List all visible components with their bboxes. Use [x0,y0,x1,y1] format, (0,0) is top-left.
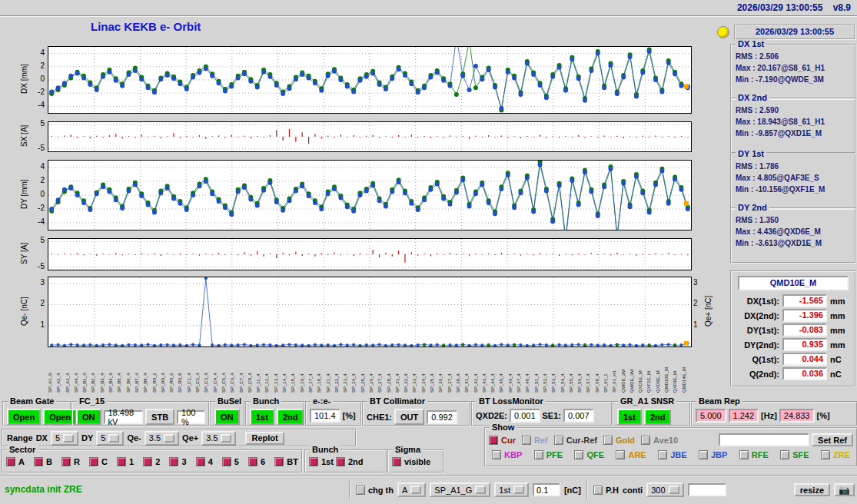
sector-6-checkbox[interactable]: 6 [248,457,265,466]
bt-collimator-out-button[interactable]: OUT [394,409,424,425]
stat-title: DX 1st [736,39,766,49]
sy-plot-area[interactable] [48,238,692,270]
range-dy-select[interactable]: 5 [96,431,124,446]
monitor-row-label: DX(2nd): [735,311,779,320]
bpm-label: SP_B6_4 [126,348,135,393]
rep-select[interactable]: 300 [646,482,683,497]
bunch-2nd-button[interactable]: 2nd [277,409,304,425]
bpm-label: SP_42_4 [473,348,482,393]
ph-checkbox[interactable]: P.H [593,486,619,495]
group-label: BT LossMonitor [477,396,546,406]
y-tick: 2 [40,176,45,184]
show-rfe-checkbox[interactable]: RFE [739,450,769,459]
show-zre-checkbox[interactable]: ZRE [821,450,850,459]
sector-1-checkbox[interactable]: 1 [117,457,134,466]
dropdown-arrow-icon [410,486,421,494]
dy-plot-area[interactable] [48,160,692,230]
bunch-select[interactable]: 1st [494,482,529,497]
show-kbp-checkbox[interactable]: KBP [492,450,522,459]
show-cur-ref-checkbox[interactable]: Cur-Ref [554,436,597,445]
bt-collimator-0-992-field: 0.992 [427,410,457,424]
show-pfe-checkbox[interactable]: PFE [534,450,563,459]
sx-axis-label: SX [A] [18,121,29,151]
sector-bt-checkbox-indicator [274,457,284,466]
bunch-2nd-checkbox[interactable]: 2nd [336,457,364,466]
sector-3-checkbox[interactable]: 3 [169,457,186,466]
dropdown-arrow-icon [221,434,231,443]
monitor-row-label: Q(2nd): [735,370,779,379]
separator [349,481,350,499]
sector-2-checkbox[interactable]: 2 [143,457,160,466]
sector-5-checkbox[interactable]: 5 [222,457,239,466]
group-sector: Sector ABRC123456BT [2,449,303,473]
sector-a-checkbox[interactable]: A [6,457,25,466]
show-ref-checkbox-indicator [522,436,531,445]
range-dx-select[interactable]: 5 [51,431,78,446]
show-cur-checkbox[interactable]: Cur [489,436,516,445]
fc-15-18-498-kv-field: 18.498 kV [104,410,144,424]
bpm-label: QXF1E_M [646,348,655,393]
device-select[interactable]: SP_A1_G [430,482,490,497]
camera-button[interactable]: 📷 [834,483,855,496]
bunch-1st-button[interactable]: 1st [250,409,274,425]
bpm-label: SP_11_4 [256,348,264,393]
chg-th-checkbox[interactable]: chg th [356,486,394,495]
resize-button[interactable]: resize [794,483,830,496]
bpm-label: SP_36_4 [438,348,447,393]
show-jbp-checkbox-indicator [699,450,708,459]
show-ref-checkbox[interactable]: Ref [522,436,548,445]
fc-15-stb-button[interactable]: STB [145,409,174,425]
fc-15-on-button[interactable]: ON [76,409,101,425]
bpm-label: SP_47_4 [517,348,525,393]
sector-b-checkbox[interactable]: B [34,457,52,466]
show-ave10-checkbox-indicator [641,436,650,445]
bpm-label: SP_C4_4 [213,348,221,393]
beam-gate-open-button[interactable]: Open [7,409,41,425]
ref-file-input[interactable] [719,433,809,446]
show-qfe-checkbox[interactable]: QFE [574,450,604,459]
show-jbp-checkbox[interactable]: JBP [699,450,727,459]
show-jbe-checkbox[interactable]: JBE [658,450,686,459]
range-qe-select[interactable]: 3.5 [144,431,179,446]
sector-bt-checkbox[interactable]: BT [274,457,298,466]
sigma-visible-checkbox[interactable]: visible [392,457,430,466]
stat-line: Min : -9.857@QXD1E_M [732,128,855,139]
stat-line: Max : 18.943@S8_61_H1 [732,116,855,128]
mode-select[interactable]: A [397,482,426,497]
sector-c-checkbox-indicator [89,457,98,466]
monitor-row-value: -0.083 [782,323,827,337]
show-are-checkbox[interactable]: ARE [616,450,646,459]
dx-plot-area[interactable] [48,46,692,114]
set-ref-button[interactable]: Set Ref [812,433,853,446]
sector-4-checkbox-label: 4 [208,457,213,466]
group-label: GR_A1 SNSR [618,396,676,406]
show-gold-checkbox[interactable]: Gold [603,436,635,445]
bpm-label: SP_15_4 [291,348,299,393]
stat-line: Min : -10.156@QXF1E_M [732,184,855,195]
gr-a1-snsr-2nd-button[interactable]: 2nd [644,409,672,425]
show-pfe-checkbox-indicator [534,450,543,459]
sx-plot-area[interactable] [48,121,692,152]
gr-a1-snsr-1st-button[interactable]: 1st [617,409,642,425]
show-sfe-checkbox[interactable]: SFE [780,450,809,459]
charge-plot-area[interactable] [48,277,692,347]
sector-c-checkbox[interactable]: C [89,457,108,466]
bpm-label: SP_43_4 [482,348,490,393]
stat-box-dy-1st: DY 1stRMS : 1.786Max : 4.805@QAF3E_SMin … [730,154,856,210]
bunch-1st-checkbox[interactable]: 1st [309,457,334,466]
bpm-label: QXF9E_M [673,348,681,393]
show-ref-checkbox-label: Ref [534,436,548,445]
sector-r-checkbox[interactable]: R [61,457,80,466]
show-ave10-checkbox[interactable]: Ave10 [641,436,678,445]
replot-button[interactable]: Replot [245,432,284,445]
aux-input[interactable] [688,483,726,496]
fc-15-100-field: 100 % [177,410,205,424]
sector-1-checkbox-indicator [117,457,126,466]
qe-minus-axis-label: Qe- [nC] [18,277,29,346]
sy-axis-label: SY [A] [18,238,29,269]
range-qe-select[interactable]: 3.5 [201,431,236,446]
threshold-input[interactable] [533,483,560,496]
stat-box-dx-1st: DX 1stRMS : 2.506Max : 20.167@S8_61_H1Mi… [730,44,856,100]
busel-on-button[interactable]: ON [214,409,240,425]
sector-4-checkbox[interactable]: 4 [196,457,213,466]
